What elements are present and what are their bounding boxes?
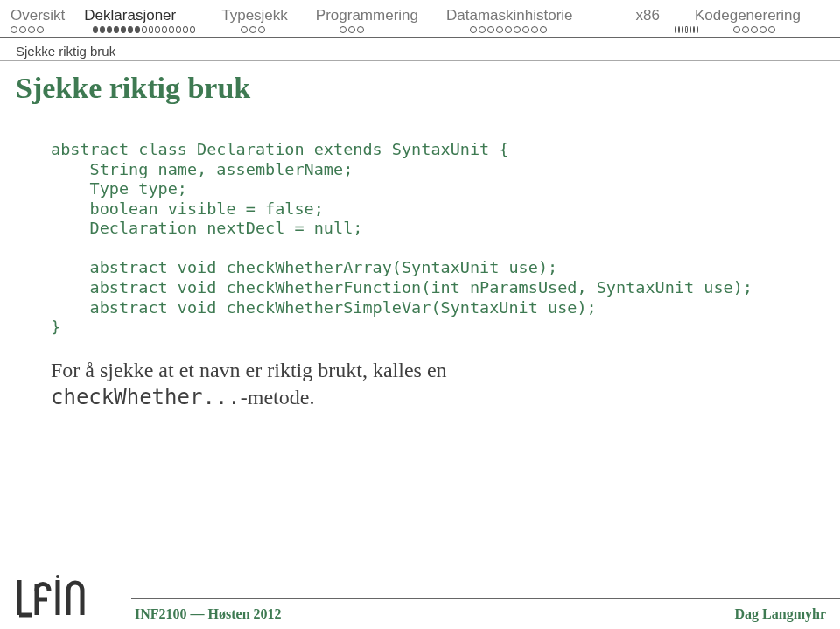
progress-dot	[751, 26, 758, 33]
progress-dot	[682, 26, 683, 33]
nav-item-typesjekk[interactable]: Typesjekk	[211, 3, 297, 26]
progress-dots-x86	[664, 26, 707, 33]
progress-dot	[348, 26, 355, 33]
nav-item-x86[interactable]: x86	[626, 3, 668, 26]
svg-point-0	[56, 575, 60, 578]
progress-dot	[121, 26, 126, 33]
progress-dot	[696, 26, 698, 33]
body-mono: checkWhether...	[51, 385, 241, 409]
progress-dot	[162, 26, 167, 33]
progress-dot	[114, 26, 119, 33]
progress-dots-oversikt	[0, 26, 82, 33]
footer-course: INF2100 — Høsten 2012	[135, 606, 282, 622]
progress-dot	[357, 26, 364, 33]
progress-dots-kodegenerering	[723, 26, 840, 33]
progress-dot	[693, 26, 695, 33]
progress-dot	[107, 26, 112, 33]
progress-dots-deklarasjoner	[82, 26, 204, 33]
body-part2: -metode.	[241, 386, 315, 409]
subhead-rule	[0, 60, 840, 61]
progress-dot	[258, 26, 265, 33]
nav-item-datamaskinhistorie[interactable]: Datamaskinhistorie	[436, 3, 582, 26]
progress-dot	[128, 26, 133, 33]
code-block: abstract class Declaration extends Synta…	[51, 140, 822, 338]
progress-dots-typesjekk	[230, 26, 320, 33]
top-nav: OversiktDeklarasjonerTypesjekkProgrammer…	[0, 0, 840, 26]
progress-dot	[487, 26, 494, 33]
progress-dot	[540, 26, 547, 33]
progress-dot	[155, 26, 160, 33]
progress-dot	[135, 26, 140, 33]
footer-author: Dag Langmyhr	[735, 606, 826, 622]
progress-dot	[690, 26, 691, 33]
body-part1: For å sjekke at et navn er riktig brukt,…	[51, 359, 447, 381]
nav-item-programmering[interactable]: Programmering	[305, 3, 427, 26]
progress-dot	[19, 26, 26, 33]
progress-dot	[241, 26, 248, 33]
progress-dot	[190, 26, 195, 33]
progress-dot	[183, 26, 188, 33]
nav-item-deklarasjoner[interactable]: Deklarasjoner	[74, 3, 185, 26]
progress-dot	[675, 26, 676, 33]
progress-dot	[470, 26, 477, 33]
slide-title: Sjekke riktig bruk	[0, 66, 840, 110]
nav-item-kodegenerering[interactable]: Kodegenerering	[684, 3, 809, 26]
slide-content: abstract class Declaration extends Synta…	[0, 110, 840, 412]
progress-dot	[28, 26, 35, 33]
progress-dot	[685, 26, 687, 33]
progress-dot	[531, 26, 538, 33]
progress-dot	[149, 26, 154, 33]
progress-dot	[742, 26, 749, 33]
progress-dots-programmering	[329, 26, 451, 33]
progress-dot	[93, 26, 98, 33]
ifi-logo-icon	[12, 573, 89, 622]
progress-dot	[142, 26, 147, 33]
progress-dot	[37, 26, 44, 33]
progress-dot	[249, 26, 256, 33]
progress-dot	[100, 26, 105, 33]
progress-dot	[340, 26, 346, 33]
progress-dot	[176, 26, 181, 33]
progress-dots-datamaskinhistorie	[459, 26, 620, 33]
section-subhead: Sjekke riktig bruk	[0, 38, 840, 60]
progress-dot	[760, 26, 766, 33]
nav-item-oversikt[interactable]: Oversikt	[0, 3, 74, 26]
logo-wrap	[0, 573, 135, 622]
progress-dots-row	[0, 26, 840, 37]
progress-dot	[169, 26, 174, 33]
progress-dot	[479, 26, 486, 33]
footer-rule	[131, 598, 840, 599]
footer: INF2100 — Høsten 2012 Dag Langmyhr	[0, 566, 840, 629]
progress-dot	[678, 26, 680, 33]
progress-dot	[10, 26, 18, 33]
progress-dot	[514, 26, 521, 33]
progress-dot	[522, 26, 529, 33]
progress-dot	[496, 26, 503, 33]
progress-dot	[733, 26, 740, 33]
body-text: For å sjekke at et navn er riktig brukt,…	[51, 357, 822, 412]
progress-dot	[505, 26, 512, 33]
progress-dot	[768, 26, 775, 33]
